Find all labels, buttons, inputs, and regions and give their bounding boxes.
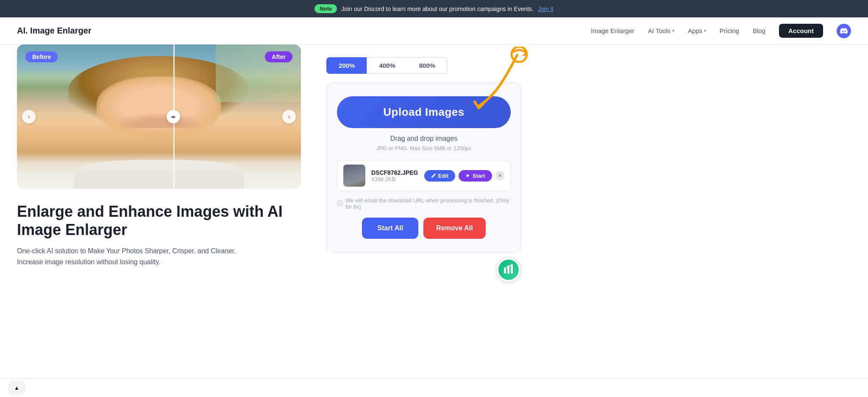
note-badge: Note xyxy=(314,4,337,13)
file-info: DSCF8762.JPEG 4398.2KB xyxy=(371,169,418,182)
remove-file-button[interactable]: ✕ xyxy=(495,171,505,180)
nav-blog[interactable]: Blog xyxy=(753,27,765,34)
file-thumbnail xyxy=(343,165,365,187)
brand-logo[interactable]: AI. Image Enlarger xyxy=(17,26,92,36)
start-all-button[interactable]: Start All xyxy=(362,218,418,239)
percent-selector: 200% 400% 800% xyxy=(326,57,521,74)
top-banner: Note Join our Discord to learn more abou… xyxy=(0,0,868,17)
action-buttons: Start All Remove All xyxy=(337,218,511,239)
nav-ai-tools[interactable]: AI Tools ▾ xyxy=(648,27,674,34)
percent-200-button[interactable]: 200% xyxy=(326,57,367,74)
file-hint-text: JPG or PNG. Max Size 5MB or 1200px xyxy=(337,145,511,151)
hero-heading: Enlarge and Enhance Images with AI Image… xyxy=(17,202,301,239)
main-content: Before After ◂▸ ‹ › xyxy=(0,45,868,397)
remove-all-button[interactable]: Remove All xyxy=(423,218,486,239)
file-size: 4398.2KB xyxy=(371,176,418,182)
portrait-image xyxy=(17,45,301,189)
upload-images-button[interactable]: Upload Images xyxy=(337,96,511,128)
navbar: AI. Image Enlarger Image Enlarger AI Too… xyxy=(0,17,868,45)
info-icon: ⓘ xyxy=(337,200,343,207)
svg-rect-1 xyxy=(504,269,506,274)
nav-image-enlarger[interactable]: Image Enlarger xyxy=(591,27,634,34)
nav-pricing[interactable]: Pricing xyxy=(720,27,739,34)
split-handle[interactable]: ◂▸ xyxy=(167,110,180,123)
svg-rect-3 xyxy=(511,266,513,274)
join-link[interactable]: Join it xyxy=(538,6,554,12)
image-comparison: Before After ◂▸ ‹ › xyxy=(17,45,301,189)
email-notice: ⓘ We will email the download URL when pr… xyxy=(337,197,511,210)
chevron-down-icon: ▾ xyxy=(672,28,674,33)
svg-rect-2 xyxy=(507,267,509,274)
account-button[interactable]: Account xyxy=(779,24,823,38)
banner-message: Join our Discord to learn more about our… xyxy=(341,6,534,12)
upload-area: Upload Images Drag and drop images JPG o… xyxy=(326,82,521,253)
nav-apps[interactable]: Apps ▾ xyxy=(688,27,706,34)
hero-subtitle: One-click AI solution to Make Your Photo… xyxy=(17,246,263,267)
file-name: DSCF8762.JPEG xyxy=(371,169,418,176)
percent-400-button[interactable]: 400% xyxy=(367,57,407,74)
rating-badge-icon xyxy=(498,260,519,280)
bottom-bar: ▲ xyxy=(0,378,868,397)
start-file-button[interactable]: Start xyxy=(459,170,492,182)
prev-image-button[interactable]: ‹ xyxy=(22,110,36,123)
rating-badge xyxy=(496,257,521,282)
after-label: After xyxy=(265,51,292,62)
drag-drop-text: Drag and drop images xyxy=(337,135,511,143)
file-actions: Edit Start ✕ xyxy=(424,170,505,182)
left-panel: Before After ◂▸ ‹ › xyxy=(0,45,318,397)
scroll-up-button[interactable]: ▲ xyxy=(8,382,25,394)
next-image-button[interactable]: › xyxy=(282,110,296,123)
discord-icon[interactable] xyxy=(837,24,851,38)
edit-icon xyxy=(431,173,436,178)
percent-800-button[interactable]: 800% xyxy=(407,57,448,74)
edit-file-button[interactable]: Edit xyxy=(424,170,456,182)
play-icon xyxy=(465,173,470,178)
chart-icon xyxy=(503,264,514,275)
file-row: DSCF8762.JPEG 4398.2KB Edit Start ✕ xyxy=(337,160,511,191)
before-label: Before xyxy=(25,51,58,62)
right-panel: 200% 400% 800% Upload Images Drag and dr… xyxy=(318,45,538,397)
nav-links: Image Enlarger AI Tools ▾ Apps ▾ Pricing… xyxy=(591,24,851,38)
chevron-down-icon: ▾ xyxy=(704,28,706,33)
